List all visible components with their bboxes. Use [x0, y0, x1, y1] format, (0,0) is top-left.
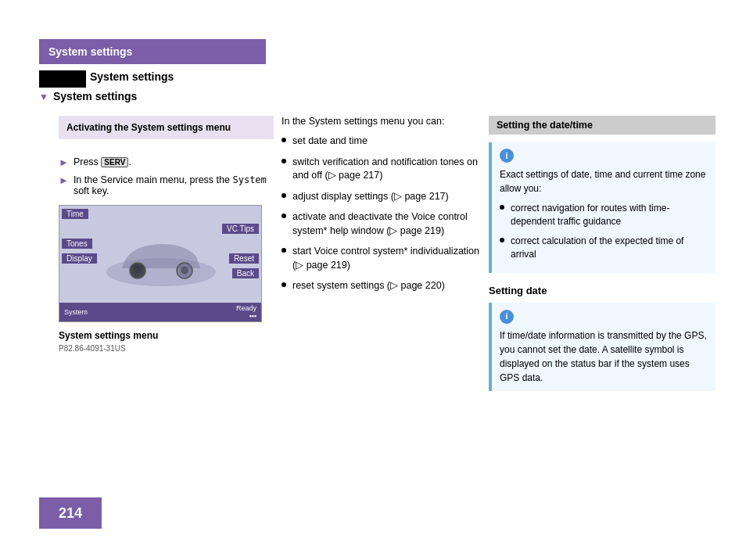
bullet-text-5: start Voice control system* individualiz…: [292, 245, 481, 272]
info-icon-2: i: [500, 310, 514, 324]
menu-tag-tones: Tones: [62, 239, 92, 249]
subsection-triangle: ▼: [39, 92, 48, 102]
step-2: ► In the Service main menu, press the Sy…: [59, 174, 274, 196]
middle-column: In the System settings menu you can: set…: [282, 116, 481, 300]
middle-intro: In the System settings menu you can:: [282, 116, 481, 127]
right-bullet-dot-2: [500, 238, 504, 242]
menu-ready-text: Ready: [236, 304, 256, 312]
bullet-dot-3: [282, 193, 286, 198]
bullet-text-6: reset system settings (▷ page 220): [292, 279, 445, 293]
system-code: System: [232, 174, 266, 185]
step-1-arrow: ►: [59, 156, 69, 168]
info-intro-1: Exact settings of date, time and current…: [500, 167, 708, 196]
steps-area: ► Press SERV. ► In the Service main menu…: [59, 156, 274, 203]
bullet-item-3: adjust display settings (▷ page 217): [282, 190, 481, 204]
right-column: Setting the date/time i Exact settings o…: [489, 116, 716, 403]
step-1: ► Press SERV.: [59, 156, 274, 168]
menu-bottom-bar: System Ready ▪▪▪: [59, 303, 261, 321]
right-bullet-dot-1: [500, 205, 504, 210]
menu-tag-vctips: VC Tips: [222, 224, 259, 234]
menu-tag-back: Back: [232, 268, 259, 278]
serv-key: SERV: [101, 157, 128, 167]
info-box-2: i If time/date information is transmitte…: [489, 303, 716, 390]
bullet-item-4: activate and deactivate the Voice contro…: [282, 210, 481, 238]
bullet-dot-4: [282, 214, 286, 218]
right-bullet-text-1: correct navigation for routes with time-…: [511, 202, 708, 228]
page-number-box: 214: [39, 497, 102, 529]
right-bullet-item-2: correct calculation of the expected time…: [500, 235, 708, 261]
page-number: 214: [59, 505, 82, 522]
info-text-2: If time/date information is transmitted …: [500, 328, 708, 385]
menu-screenshot: Time VC Tips Tones Display Reset Back Sy…: [59, 205, 262, 322]
activating-box-title: Activating the System settings menu: [66, 122, 266, 133]
menu-caption-code: P82.86-4091-31US: [59, 344, 126, 353]
menu-tag-reset: Reset: [229, 253, 259, 264]
bullet-text-1: set date and time: [292, 135, 368, 149]
step-2-arrow: ►: [59, 174, 69, 186]
bullet-item-5: start Voice control system* individualiz…: [282, 245, 481, 272]
bullet-dot-1: [282, 138, 286, 142]
menu-row-vctips: VC Tips: [59, 222, 261, 235]
bullet-dot-5: [282, 248, 286, 253]
step-2-text: In the Service main menu, press the Syst…: [74, 174, 274, 196]
bullet-dot-2: [282, 159, 286, 163]
step-1-text: Press SERV.: [74, 156, 131, 167]
bullet-item-1: set date and time: [282, 135, 481, 149]
bullet-item-6: reset system settings (▷ page 220): [282, 279, 481, 293]
setting-date-title: Setting date: [489, 285, 716, 296]
section-bar: [39, 70, 86, 88]
bullet-dot-6: [282, 282, 286, 287]
bullet-list: set date and time switch verification an…: [282, 135, 481, 293]
menu-row-time: Time: [59, 207, 261, 221]
bullet-text-4: activate and deactivate the Voice contro…: [292, 210, 481, 238]
info-box-1: i Exact settings of date, time and curre…: [489, 142, 716, 273]
bullet-text-2: switch verification and notification ton…: [292, 156, 481, 183]
bullet-item-2: switch verification and notification ton…: [282, 156, 481, 183]
header-bar: System settings: [39, 39, 266, 64]
right-bullet-text-2: correct calculation of the expected time…: [511, 235, 708, 261]
bullet-text-3: adjust display settings (▷ page 217): [292, 190, 449, 204]
menu-bottom-system: System: [64, 308, 88, 316]
subsection-title: System settings: [53, 90, 137, 102]
menu-row-tones: Tones: [59, 237, 261, 250]
menu-row-display: Display Reset: [59, 252, 261, 265]
menu-caption: System settings menu: [59, 330, 158, 341]
menu-row-back: Back: [59, 267, 261, 280]
menu-status-icons: ▪▪▪: [236, 312, 256, 320]
menu-tag-time: Time: [62, 209, 88, 219]
right-bullet-item-1: correct navigation for routes with time-…: [500, 202, 708, 228]
menu-tag-display: Display: [62, 253, 97, 264]
header-title: System settings: [48, 45, 132, 58]
right-bullet-list-1: correct navigation for routes with time-…: [500, 202, 708, 260]
activating-box: Activating the System settings menu: [59, 116, 274, 139]
info-icon-1: i: [500, 149, 514, 163]
section-title: System settings: [90, 70, 174, 83]
right-section-header-1: Setting the date/time: [489, 116, 716, 135]
